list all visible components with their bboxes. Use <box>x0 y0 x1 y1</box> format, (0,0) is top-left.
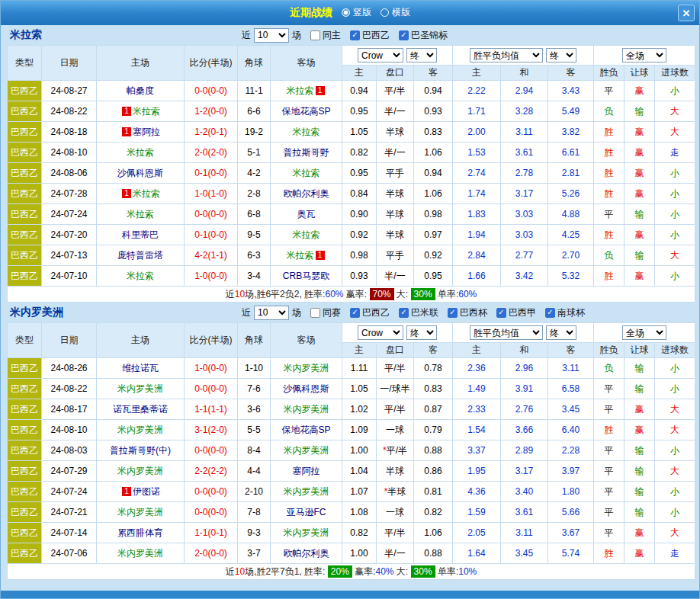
column-header: 日期 <box>42 46 97 81</box>
home-team-name[interactable]: 维拉诺瓦 <box>122 363 159 373</box>
away-team-name[interactable]: 奥瓦 <box>297 209 316 219</box>
away-team-name[interactable]: 米拉索 <box>287 85 314 96</box>
league-filter-checkbox[interactable]: 同赛 <box>310 306 341 319</box>
layout-radio-1[interactable]: 横版 <box>381 6 410 19</box>
live-odds-star: * <box>383 445 387 456</box>
away-team-name[interactable]: 欧帕尔利奥 <box>284 188 329 199</box>
league-filter-checkbox[interactable]: ✓巴圣锦标 <box>399 29 448 42</box>
checkbox-icon: ✓ <box>399 308 409 318</box>
away-team-name[interactable]: 沙佩科恩斯 <box>284 383 329 394</box>
away-team-name[interactable]: 欧帕尔利奥 <box>284 548 329 559</box>
home-team-name[interactable]: 米拉索 <box>127 271 154 281</box>
away-team-name[interactable]: 米拉索 <box>293 127 320 137</box>
home-team-name[interactable]: 米内罗美洲 <box>117 383 163 394</box>
odds-company-select[interactable]: Crow <box>358 325 403 340</box>
league-filter-checkbox[interactable]: ✓巴米联 <box>399 306 438 319</box>
corner-cell: 6-3 <box>238 245 271 266</box>
avg-draw-cell: 2.77 <box>501 245 548 266</box>
home-team-name[interactable]: 塞阿拉 <box>133 127 160 137</box>
league-filter-checkbox[interactable]: ✓巴西乙 <box>350 29 390 42</box>
avg-lose-cell: 5.74 <box>548 543 594 564</box>
scope-select[interactable]: 全场 <box>622 48 666 62</box>
away-team-cell: 米拉索1 <box>271 245 342 266</box>
odds-final-select[interactable]: 终 <box>406 48 437 62</box>
home-team-name[interactable]: 米内罗美洲 <box>117 507 163 517</box>
close-button[interactable]: ✕ <box>678 5 695 21</box>
odds-home-cell: 1.02 <box>342 399 377 420</box>
avg-lose-cell: 3.97 <box>548 461 594 482</box>
checkbox-icon: ✓ <box>399 30 409 40</box>
home-team-name[interactable]: 伊图诺 <box>133 486 160 497</box>
away-team-name[interactable]: 米内罗美洲 <box>284 445 329 456</box>
scope-select[interactable]: 全场 <box>622 325 666 340</box>
handicap-result-cell: 赢 <box>625 266 655 287</box>
away-team-cell: 普拉斯哥野 <box>271 143 342 163</box>
match-row: 巴西乙24-08-181塞阿拉1-2(0-1)19-2米拉索1.05半球0.83… <box>8 122 695 143</box>
away-team-name[interactable]: CRB马瑟欧 <box>283 271 329 281</box>
avg-final-select[interactable]: 终 <box>546 325 576 340</box>
home-team-name[interactable]: 科里蒂巴 <box>122 229 159 240</box>
checkbox-label: 巴西乙 <box>362 29 390 42</box>
layout-radio-0[interactable]: 竖版 <box>342 6 371 19</box>
recent-games-select[interactable]: 10 <box>254 28 289 43</box>
home-team-name[interactable]: 米拉索 <box>133 106 160 117</box>
odds-final-select[interactable]: 终 <box>406 325 437 340</box>
home-team-name[interactable]: 米拉索 <box>127 147 154 158</box>
home-team-name[interactable]: 米拉索 <box>127 209 154 219</box>
away-team-name[interactable]: 亚马逊FC <box>287 507 326 517</box>
home-team-name[interactable]: 诺瓦里桑蒂诺 <box>113 404 168 415</box>
home-team-name[interactable]: 帕桑度 <box>127 85 154 96</box>
layout-options: 竖版横版 <box>332 6 410 20</box>
result-cell: 平 <box>594 523 625 543</box>
date-cell: 24-08-03 <box>42 440 97 461</box>
league-filter-checkbox[interactable]: ✓巴西甲 <box>496 306 536 319</box>
away-team-name[interactable]: 米内罗美洲 <box>284 363 329 373</box>
scope-header: 全场 <box>594 323 695 343</box>
sub-column-header: 主 <box>342 66 377 81</box>
home-team-name[interactable]: 庞特普雷塔 <box>117 250 163 261</box>
away-team-name[interactable]: 米拉索 <box>287 250 314 261</box>
avg-draw-cell: 3.03 <box>501 225 548 245</box>
avg-type-select[interactable]: 胜平负均值 <box>470 325 543 340</box>
result-cell: 胜 <box>594 163 625 184</box>
home-team-name[interactable]: 普拉斯哥野(中) <box>110 445 171 456</box>
away-team-name[interactable]: 保地花高SP <box>281 106 330 117</box>
away-team-name[interactable]: 普拉斯哥野 <box>284 147 329 158</box>
avg-final-select[interactable]: 终 <box>546 48 576 62</box>
handicap-cell: 半/一 <box>377 101 414 122</box>
league-filter-checkbox[interactable]: ✓巴西乙 <box>350 306 390 319</box>
home-team-name[interactable]: 米内罗美洲 <box>117 548 163 559</box>
match-row: 巴西乙24-07-21米内罗美洲0-0(0-0)7-8亚马逊FC1.08一球0.… <box>8 502 695 523</box>
away-team-name[interactable]: 米内罗美洲 <box>284 486 329 497</box>
goals-result-cell: 大 <box>655 399 695 420</box>
home-team-cell: 米拉索 <box>97 143 185 163</box>
away-team-name[interactable]: 米内罗美洲 <box>284 404 329 415</box>
home-team-name[interactable]: 累西腓体育 <box>117 527 163 538</box>
home-team-name[interactable]: 米内罗美洲 <box>117 424 163 435</box>
away-team-name[interactable]: 塞阿拉 <box>293 466 320 476</box>
handicap-result-cell: 输 <box>625 101 655 122</box>
away-team-name[interactable]: 米拉索 <box>293 229 320 240</box>
odds-company-select[interactable]: Crow <box>358 48 403 62</box>
away-team-name[interactable]: 米内罗美洲 <box>284 527 329 538</box>
away-team-name[interactable]: 保地花高SP <box>281 424 330 435</box>
home-team-name[interactable]: 沙佩科恩斯 <box>117 168 163 178</box>
avg-type-select[interactable]: 胜平负均值 <box>470 48 543 62</box>
league-filter-checkbox[interactable]: 同主 <box>310 29 341 42</box>
date-cell: 24-08-26 <box>42 358 97 379</box>
result-cell: 负 <box>594 101 625 122</box>
home-team-name[interactable]: 米拉索 <box>133 188 160 199</box>
league-filter-checkbox[interactable]: ✓巴西杯 <box>448 306 487 319</box>
home-team-name[interactable]: 米内罗美洲 <box>117 466 163 476</box>
avg-lose-cell: 3.82 <box>548 122 594 143</box>
sub-column-header: 和 <box>501 343 548 358</box>
match-row: 巴西乙24-08-10米拉索2-0(2-0)5-1普拉斯哥野0.82半/一1.0… <box>8 143 695 163</box>
league-cell: 巴西乙 <box>8 225 42 245</box>
score-cell: 0-0(0-0) <box>185 440 238 461</box>
league-filter-checkbox[interactable]: ✓南球杯 <box>545 306 585 319</box>
recent-games-select[interactable]: 10 <box>254 306 289 320</box>
match-row: 巴西乙24-08-22米内罗美洲0-0(0-0)7-6沙佩科恩斯1.05一/球半… <box>8 379 695 399</box>
result-cell: 平 <box>594 399 625 420</box>
league-cell: 巴西乙 <box>8 461 42 482</box>
away-team-name[interactable]: 米拉索 <box>293 168 320 178</box>
